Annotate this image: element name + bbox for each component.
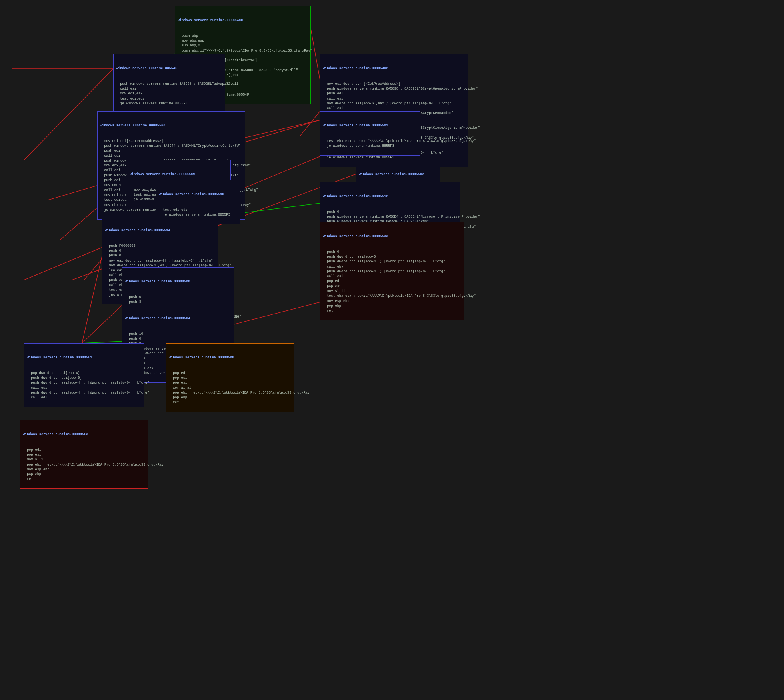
node-n16: windows servers runtime.000885F3 pop edi… [20,420,148,489]
svg-line-5 [245,120,320,138]
svg-line-1 [311,29,320,80]
node-n11: windows servers runtime.00885533 push 0 … [320,222,464,320]
svg-line-13 [82,256,102,343]
node-n14: windows servers runtime.000885E1 pop dwo… [24,343,144,407]
node-n2: windows servers runtime.88554F push wind… [113,54,225,113]
node-n15: windows servers runtime.000885D8 pop edi… [166,343,294,412]
node-n5: windows servers runtime.00885502 test eb… [320,111,420,156]
svg-line-15 [82,305,122,343]
